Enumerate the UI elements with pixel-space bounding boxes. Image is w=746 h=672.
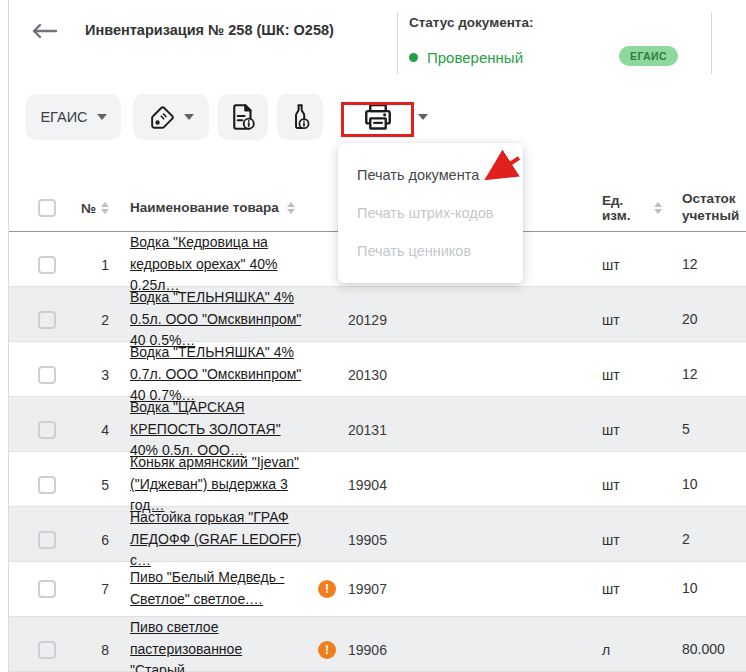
product-name-link[interactable]: Пиво светлое пастеризованное "Старый…: [130, 619, 242, 672]
unit-value: л: [602, 642, 610, 658]
row-checkbox[interactable]: [38, 421, 56, 439]
column-header-unit: Ед. изм.: [602, 193, 648, 223]
menu-item-print-barcodes: Печать штрих-кодов: [338, 194, 523, 232]
sort-icon[interactable]: [101, 202, 109, 214]
page-title: Инвентаризация № 258 (ШК: О258): [85, 22, 334, 38]
status-row: Проверенный: [409, 49, 523, 66]
egais-button-label: ЕГАИС: [40, 109, 87, 125]
table-row: 8 Пиво светлое пастеризованное "Старый… …: [9, 617, 746, 672]
status-label: Статус документа:: [409, 15, 533, 30]
table-row: 3 Водка "ТЕЛЬНЯШКА" 4% 0.7л. ООО "Омскви…: [9, 342, 746, 397]
stock-value: 20: [662, 311, 746, 329]
back-button[interactable]: [30, 22, 58, 40]
warning-icon: [318, 641, 336, 659]
printer-icon: [361, 101, 395, 133]
row-number: 2: [101, 312, 109, 328]
product-code: 20130: [348, 367, 387, 383]
product-name-link[interactable]: Коньяк армянский "Ijevan" ("Иджеван") вы…: [130, 454, 299, 513]
column-header-name: Наименование товара: [130, 198, 279, 219]
unit-value: шт: [602, 312, 620, 328]
stock-value: 12: [662, 366, 746, 384]
row-number: 3: [101, 367, 109, 383]
row-checkbox[interactable]: [38, 366, 56, 384]
product-name-link[interactable]: Пиво "Белый Медведь - Светлое" светлое.…: [130, 569, 285, 607]
column-header-stock: Остаток учетный: [662, 191, 746, 225]
print-dropdown-button[interactable]: [330, 94, 430, 140]
stock-value: 10: [662, 476, 746, 494]
product-code: 19906: [348, 642, 387, 658]
bottle-info-icon: [286, 102, 314, 132]
egais-badge: ЕГАИС: [619, 46, 678, 66]
bottle-info-button[interactable]: [277, 94, 323, 140]
divider: [711, 12, 712, 74]
table-row: 4 Водка "ЦАРСКАЯ КРЕПОСТЬ ЗОЛОТАЯ" 40% 0…: [9, 397, 746, 452]
product-name-link[interactable]: Водка "Кедровица на кедровых орехах" 40%…: [130, 234, 277, 293]
column-header-num: №: [81, 201, 96, 216]
divider: [397, 12, 398, 74]
table-row: 5 Коньяк армянский "Ijevan" ("Иджеван") …: [9, 452, 746, 507]
row-checkbox[interactable]: [38, 476, 56, 494]
row-number: 8: [101, 642, 109, 658]
arrow-left-icon: [30, 22, 58, 40]
unit-value: шт: [602, 422, 620, 438]
row-number: 6: [101, 532, 109, 548]
row-checkbox[interactable]: [38, 531, 56, 549]
warning-icon: [318, 580, 336, 598]
product-code: 19907: [348, 581, 387, 597]
row-number: 7: [101, 581, 109, 597]
row-checkbox[interactable]: [38, 311, 56, 329]
status-dot-icon: [409, 53, 418, 62]
row-checkbox[interactable]: [38, 641, 56, 659]
stock-value: 2: [662, 531, 746, 549]
product-name-link[interactable]: Настойка горькая "ГРАФ ЛЕДОФФ (GRAF LEDO…: [130, 509, 301, 568]
table-row: 2 Водка "ТЕЛЬНЯШКА" 4% 0.5л. ООО "Омскви…: [9, 287, 746, 342]
document-info-button[interactable]: [218, 94, 268, 140]
unit-value: шт: [602, 581, 620, 597]
tag-icon: [149, 104, 176, 131]
unit-value: шт: [602, 257, 620, 273]
product-code: 20131: [348, 422, 387, 438]
row-number: 5: [101, 477, 109, 493]
stock-value: 12: [662, 256, 746, 274]
table-row: 6 Настойка горькая "ГРАФ ЛЕДОФФ (GRAF LE…: [9, 507, 746, 562]
row-checkbox[interactable]: [38, 256, 56, 274]
menu-item-print-pricetags: Печать ценников: [338, 232, 523, 270]
row-checkbox[interactable]: [38, 580, 56, 598]
table-row: 7 Пиво "Белый Медведь - Светлое" светлое…: [9, 562, 746, 617]
chevron-down-icon: [184, 114, 194, 120]
egais-dropdown-button[interactable]: ЕГАИС: [26, 94, 121, 140]
stock-value: 10: [662, 580, 746, 598]
chevron-down-icon: [418, 114, 428, 120]
unit-value: шт: [602, 532, 620, 548]
product-code: 20129: [348, 312, 387, 328]
product-code: 19904: [348, 477, 387, 493]
sort-icon[interactable]: [654, 202, 662, 214]
chevron-down-icon: [97, 114, 107, 120]
status-value: Проверенный: [427, 49, 523, 66]
menu-item-print-document[interactable]: Печать документа: [338, 156, 523, 194]
sort-icon[interactable]: [287, 202, 295, 214]
product-name-link[interactable]: Водка "ЦАРСКАЯ КРЕПОСТЬ ЗОЛОТАЯ" 40% 0.5…: [130, 399, 281, 458]
labels-dropdown-button[interactable]: [133, 94, 209, 140]
unit-value: шт: [602, 477, 620, 493]
print-dropdown-menu: Печать документа Печать штрих-кодов Печа…: [338, 143, 523, 283]
stock-value: 5: [662, 421, 746, 439]
product-code: 19905: [348, 532, 387, 548]
stock-value: 80.000: [662, 641, 746, 659]
row-number: 1: [101, 257, 109, 273]
unit-value: шт: [602, 367, 620, 383]
select-all-checkbox[interactable]: [38, 199, 56, 217]
document-info-icon: [228, 102, 258, 132]
product-name-link[interactable]: Водка "ТЕЛЬНЯШКА" 4% 0.7л. ООО "Омсквинп…: [130, 344, 301, 403]
row-number: 4: [101, 422, 109, 438]
product-name-link[interactable]: Водка "ТЕЛЬНЯШКА" 4% 0.5л. ООО "Омсквинп…: [130, 289, 301, 348]
